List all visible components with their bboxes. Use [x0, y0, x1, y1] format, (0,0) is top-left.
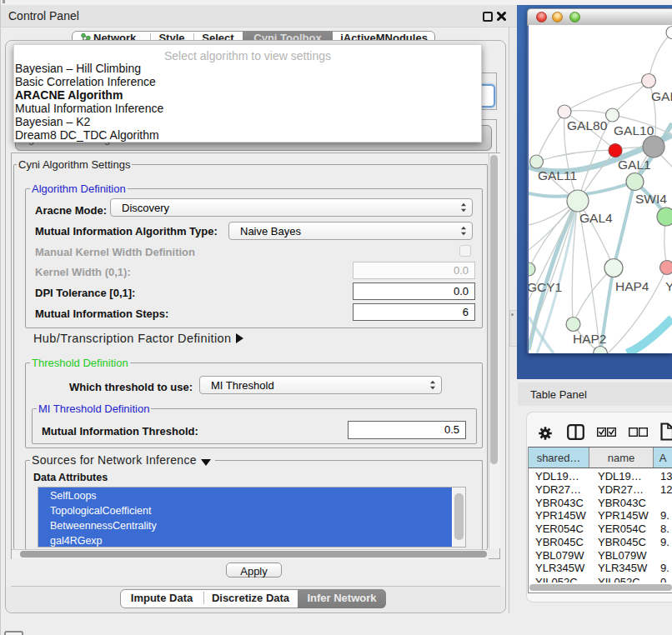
svg-text:GAL11: GAL11	[538, 168, 577, 182]
svg-text:GAL7: GAL7	[651, 89, 672, 103]
svg-text:GAL4: GAL4	[579, 211, 613, 225]
svg-text:SWI4: SWI4	[635, 192, 667, 206]
svg-text:GCY1: GCY1	[529, 280, 562, 294]
svg-text:GAL80: GAL80	[567, 118, 608, 132]
svg-text:Y: Y	[665, 279, 672, 293]
svg-text:HAP2: HAP2	[573, 332, 607, 346]
svg-text:GAL10: GAL10	[614, 123, 654, 138]
svg-text:GAL1: GAL1	[618, 158, 651, 172]
svg-text:HAP4: HAP4	[615, 279, 649, 293]
